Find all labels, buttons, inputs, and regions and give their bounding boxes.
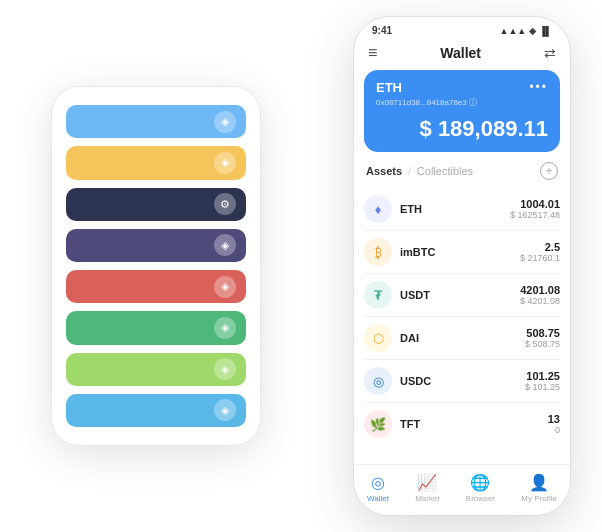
scene: ◈◈⚙◈◈◈◈◈ 9:41 ▲▲▲ ◈ ▐▌ ≡ Wallet ⇄ ETH ••… [21,16,581,516]
wallet-coin-label: ETH [376,80,402,95]
asset-values: 1004.01$ 162517.48 [510,198,560,220]
nav-icon-market: 📈 [417,473,437,492]
status-icons: ▲▲▲ ◈ ▐▌ [500,26,553,36]
asset-amount: 13 [548,413,560,425]
row-icon: ◈ [214,358,236,380]
time: 9:41 [372,25,392,36]
asset-item[interactable]: ⬡DAI508.75$ 508.75 [364,317,560,360]
asset-usd: 0 [548,425,560,435]
nav-label-wallet: Wallet [367,494,389,503]
row-icon: ⚙ [214,193,236,215]
balance-value: $ 189,089.11 [420,116,548,141]
phone-header: ≡ Wallet ⇄ [354,40,570,70]
asset-amount: 508.75 [525,327,560,339]
asset-name: USDC [400,375,525,387]
card-row: ◈ [66,105,246,138]
asset-icon: ⬡ [364,324,392,352]
row-icon: ◈ [214,152,236,174]
asset-usd: $ 21760.1 [520,253,560,263]
wallet-balance: $ 189,089.11 [376,116,548,142]
asset-name: imBTC [400,246,520,258]
row-icon: ◈ [214,399,236,421]
asset-amount: 4201.08 [520,284,560,296]
nav-label-browser: Browser [466,494,495,503]
card-row: ◈ [66,229,246,262]
card-row: ◈ [66,311,246,344]
asset-item[interactable]: 🌿TFT130 [364,403,560,445]
asset-name: DAI [400,332,525,344]
nav-item-market[interactable]: 📈Market [415,473,439,503]
nav-item-wallet[interactable]: ◎Wallet [367,473,389,503]
wallet-address: 0x08711d38...8418a78e3 ⓘ [376,97,548,108]
back-card: ◈◈⚙◈◈◈◈◈ [51,86,261,446]
asset-usd: $ 4201.08 [520,296,560,306]
bottom-nav: ◎Wallet📈Market🌐Browser👤My Profile [354,464,570,515]
nav-icon-my profile: 👤 [529,473,549,492]
wallet-card: ETH ••• 0x08711d38...8418a78e3 ⓘ $ 189,0… [364,70,560,152]
row-icon: ◈ [214,317,236,339]
asset-values: 4201.08$ 4201.08 [520,284,560,306]
nav-icon-browser: 🌐 [470,473,490,492]
asset-name: TFT [400,418,548,430]
asset-icon: ♦ [364,195,392,223]
card-row: ◈ [66,270,246,303]
asset-list: ♦ETH1004.01$ 162517.48₿imBTC2.5$ 21760.1… [354,188,570,464]
card-row: ⚙ [66,188,246,221]
battery-icon: ▐▌ [539,26,552,36]
asset-values: 130 [548,413,560,435]
asset-icon: ₿ [364,238,392,266]
tab-collectibles[interactable]: Collectibles [417,165,473,177]
nav-item-browser[interactable]: 🌐Browser [466,473,495,503]
assets-tabs: Assets / Collectibles [366,165,473,177]
add-asset-button[interactable]: + [540,162,558,180]
card-row: ◈ [66,394,246,427]
asset-values: 508.75$ 508.75 [525,327,560,349]
asset-amount: 1004.01 [510,198,560,210]
phone-mockup: 9:41 ▲▲▲ ◈ ▐▌ ≡ Wallet ⇄ ETH ••• 0x08711… [353,16,571,516]
wallet-more-icon[interactable]: ••• [529,80,548,94]
tab-assets[interactable]: Assets [366,165,402,177]
card-row: ◈ [66,146,246,179]
row-icon: ◈ [214,276,236,298]
assets-header: Assets / Collectibles + [354,162,570,188]
asset-item[interactable]: ₿imBTC2.5$ 21760.1 [364,231,560,274]
asset-item[interactable]: ♦ETH1004.01$ 162517.48 [364,188,560,231]
asset-values: 101.25$ 101.25 [525,370,560,392]
asset-icon: 🌿 [364,410,392,438]
asset-icon: ◎ [364,367,392,395]
asset-amount: 2.5 [520,241,560,253]
asset-icon: ₮ [364,281,392,309]
nav-item-my-profile[interactable]: 👤My Profile [521,473,557,503]
row-icon: ◈ [214,234,236,256]
menu-icon[interactable]: ≡ [368,44,377,62]
scan-icon[interactable]: ⇄ [544,45,556,61]
nav-icon-wallet: ◎ [371,473,385,492]
asset-item[interactable]: ₮USDT4201.08$ 4201.08 [364,274,560,317]
asset-amount: 101.25 [525,370,560,382]
asset-usd: $ 101.25 [525,382,560,392]
signal-icon: ▲▲▲ [500,26,527,36]
status-bar: 9:41 ▲▲▲ ◈ ▐▌ [354,17,570,40]
asset-usd: $ 162517.48 [510,210,560,220]
page-title: Wallet [440,45,481,61]
asset-item[interactable]: ◎USDC101.25$ 101.25 [364,360,560,403]
asset-usd: $ 508.75 [525,339,560,349]
row-icon: ◈ [214,111,236,133]
asset-values: 2.5$ 21760.1 [520,241,560,263]
tab-divider: / [408,166,411,177]
asset-name: ETH [400,203,510,215]
wallet-card-header: ETH ••• [376,80,548,95]
nav-label-my profile: My Profile [521,494,557,503]
wifi-icon: ◈ [529,26,536,36]
card-row: ◈ [66,353,246,386]
asset-name: USDT [400,289,520,301]
nav-label-market: Market [415,494,439,503]
